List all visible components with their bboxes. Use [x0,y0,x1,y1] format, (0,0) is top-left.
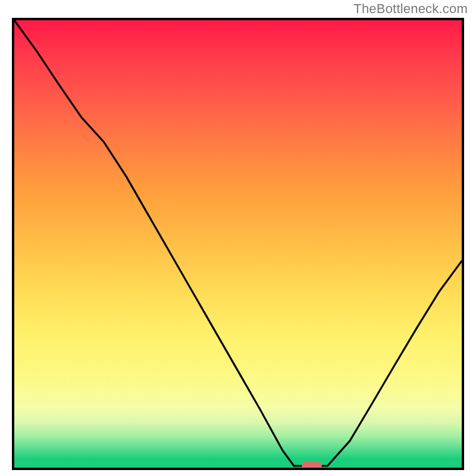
chart-line-series [14,20,462,468]
watermark-text: TheBottleneck.com [353,1,468,17]
chart-curve-path [14,20,462,466]
chart-highlight-marker [302,462,322,470]
chart-frame [12,18,464,470]
